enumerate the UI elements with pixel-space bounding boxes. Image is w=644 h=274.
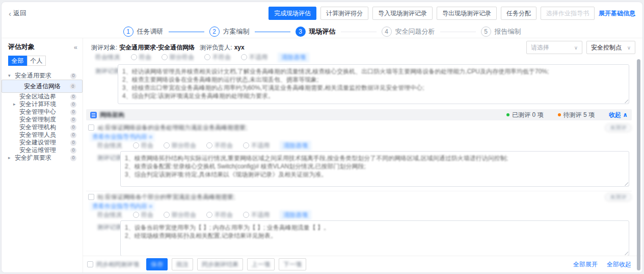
- radio-icon: [133, 212, 139, 218]
- radio-partial-conform[interactable]: 部分符合: [164, 211, 196, 219]
- clear-selection-tag[interactable]: 清除选项: [278, 53, 309, 62]
- control-point-select[interactable]: 安全控制点 ∨: [586, 41, 635, 54]
- radio-conform[interactable]: 符合: [133, 141, 153, 150]
- record-textarea[interactable]: 1、核查网络拓扑结构与实际运行情况,重要网络区域之间采用技术隔离手段,按业务类型…: [120, 151, 629, 187]
- radio-not-applicable[interactable]: 不适用: [243, 141, 270, 150]
- record-label: 测评记录: [95, 67, 121, 76]
- vertical-scrollbar[interactable]: [637, 59, 640, 270]
- radio-partial-conform[interactable]: 部分符合: [162, 53, 194, 62]
- step-3-circle: 3: [296, 27, 306, 37]
- object-value: 安全通用要求-安全通信网络: [119, 43, 195, 52]
- radio-not-applicable[interactable]: 不适用: [241, 53, 267, 62]
- count-badge: 0: [70, 73, 76, 79]
- step-2-label: 方案编制: [223, 27, 250, 36]
- tab-personal[interactable]: 个人: [27, 56, 46, 66]
- radio-nonconform[interactable]: 不符合: [206, 211, 233, 219]
- owner-label: 测评负责人:: [200, 43, 232, 52]
- step-plan-editing[interactable]: 2 方案编制: [209, 27, 250, 37]
- collapse-all-link[interactable]: 全部收起: [607, 260, 631, 269]
- step-1-label: 任务调研: [137, 27, 164, 36]
- step-onsite-eval[interactable]: 3 现场评估: [296, 27, 336, 37]
- done-dot-icon: [506, 113, 509, 116]
- radio-conform[interactable]: 符合: [133, 211, 153, 219]
- radio-icon: [162, 54, 168, 60]
- question-checkbox[interactable]: [88, 194, 94, 200]
- control-point-value: 安全控制点: [591, 43, 623, 52]
- tree-item-construction-mgmt[interactable]: 安全建设管理 0: [2, 139, 83, 146]
- save-button[interactable]: 保存: [146, 258, 168, 270]
- question-row-b: b) 应保证网络各个部分的带宽满足业务高峰期需要; 未测评: [88, 193, 632, 201]
- step-4-circle: 4: [382, 27, 392, 37]
- back-label: 返回: [13, 9, 26, 18]
- step-task-survey[interactable]: 1 任务调研: [123, 27, 164, 37]
- expand-all-link[interactable]: 全部展开: [573, 260, 598, 269]
- step-5-label: 报告编制: [495, 27, 521, 36]
- sync-results-button[interactable]: 同步测评结果: [197, 258, 243, 270]
- caret-right-icon[interactable]: ▸: [8, 154, 13, 162]
- caret-right-icon[interactable]: ▸: [13, 101, 18, 108]
- radio-partial-conform[interactable]: 部分符合: [164, 141, 196, 150]
- radio-icon: [243, 142, 249, 148]
- radio-nonconform[interactable]: 不符合: [206, 141, 233, 150]
- export-records-button[interactable]: 导出现场测评记录: [437, 7, 497, 20]
- process-stepper: 1 任务调研 2 方案编制 3 现场评估 4 安全问题分析 5 报告编制: [2, 26, 642, 38]
- step-report-editing[interactable]: 5 报告编制: [481, 27, 521, 37]
- step-issue-analysis[interactable]: 4 安全问题分析: [382, 27, 435, 37]
- radio-icon: [206, 142, 212, 148]
- select-guidebook-button[interactable]: 选择作业指导书: [541, 7, 595, 20]
- tree-item-management-system[interactable]: 安全管理制度 0: [2, 116, 83, 123]
- app-window: ‹ 返回 完成现场评估 计算测评得分 导入现场测评记录 导出现场测评记录 任务分…: [1, 2, 643, 273]
- filter-select[interactable]: 请选择 ∨: [526, 41, 582, 54]
- tree-item-operation-mgmt[interactable]: 安全运维管理 0: [2, 146, 83, 154]
- calc-score-button[interactable]: 计算测评得分: [320, 7, 368, 20]
- step-2-circle: 2: [209, 27, 220, 37]
- expand-basic-info-link[interactable]: 展开基础信息: [599, 9, 635, 18]
- collapse-section-link[interactable]: 收起 ∧: [609, 111, 628, 119]
- caret-down-icon[interactable]: ▾: [8, 72, 13, 80]
- collapse-panel-icon[interactable]: «: [74, 43, 77, 51]
- count-badge: 0: [70, 155, 76, 161]
- import-records-button[interactable]: 导入现场测评记录: [372, 7, 433, 20]
- sync-checkbox[interactable]: [87, 261, 93, 267]
- evaluated-count: 已测评 0 项: [506, 111, 543, 119]
- tree-item-management-org[interactable]: 安全管理机构 0: [2, 123, 83, 131]
- prev-item-button[interactable]: 上一项: [247, 258, 275, 270]
- question-prefix: b): [98, 193, 103, 201]
- radio-icon: [204, 54, 210, 60]
- radio-conform[interactable]: 符合: [131, 53, 151, 62]
- tree-item-management-center[interactable]: 安全管理中心 0: [2, 108, 83, 116]
- count-badge: 0: [70, 117, 76, 123]
- clear-selection-tag[interactable]: 清除选项: [280, 141, 311, 151]
- radio-not-applicable[interactable]: 不适用: [243, 211, 270, 219]
- chevron-down-icon: ∨: [574, 45, 578, 51]
- radio-icon: [241, 54, 247, 60]
- question-prefix: a): [98, 124, 103, 131]
- next-item-button[interactable]: 下一项: [279, 258, 306, 270]
- tree-item-area-boundary[interactable]: 安全区域边界 0: [2, 93, 83, 101]
- back-button[interactable]: ‹ 返回: [9, 9, 26, 18]
- tree-item-management-personnel[interactable]: 安全管理人员 0: [2, 131, 83, 139]
- question-checkbox[interactable]: [88, 124, 94, 131]
- count-badge: 0: [70, 147, 76, 154]
- guidebook-link[interactable]: 查看作业指导书内容 »: [90, 132, 155, 142]
- annotate-button[interactable]: 批注: [172, 258, 193, 270]
- double-arrow-icon: »: [149, 133, 152, 140]
- clear-selection-tag[interactable]: 清除选项: [280, 210, 311, 220]
- tree-item-extended-requirements[interactable]: ▸ 安全扩展要求 0: [2, 154, 83, 162]
- tab-all[interactable]: 全部: [8, 56, 27, 66]
- record-textarea[interactable]: 1、经访谈网络管理员并核查相关设计文档,了解业务高峰期的流量情况,核查核心交换机…: [118, 64, 629, 104]
- record-textarea[interactable]: 1、设备当前带宽使用率为【 】; 内存占用率为【 】; 业务高峰期流量【 】。 …: [120, 220, 629, 256]
- top-toolbar: ‹ 返回 完成现场评估 计算测评得分 导入现场测评记录 导出现场测评记录 任务分…: [2, 5, 642, 21]
- radio-nonconform[interactable]: 不符合: [204, 53, 231, 62]
- guidebook-link[interactable]: 查看作业指导书内容 »: [90, 202, 155, 211]
- todo-dot-icon: [558, 113, 561, 116]
- step-connector: [341, 32, 377, 32]
- tree-item-communication-network[interactable]: 安全通信网络 0: [2, 80, 83, 93]
- step-connector: [169, 32, 204, 32]
- task-assign-button[interactable]: 任务分配: [501, 7, 536, 20]
- owner-value: xyx: [234, 44, 245, 51]
- tree-item-general-requirements[interactable]: ▾ 安全通用要求 0: [2, 72, 83, 80]
- tree-item-computing-environment[interactable]: ▸ 安全计算环境 0: [2, 101, 83, 108]
- bottom-action-bar: 同步相同测评项 保存 批注 同步测评结果 上一项 下一项 全部展开 全部收起: [83, 256, 642, 272]
- finish-onsite-eval-button[interactable]: 完成现场评估: [269, 7, 316, 20]
